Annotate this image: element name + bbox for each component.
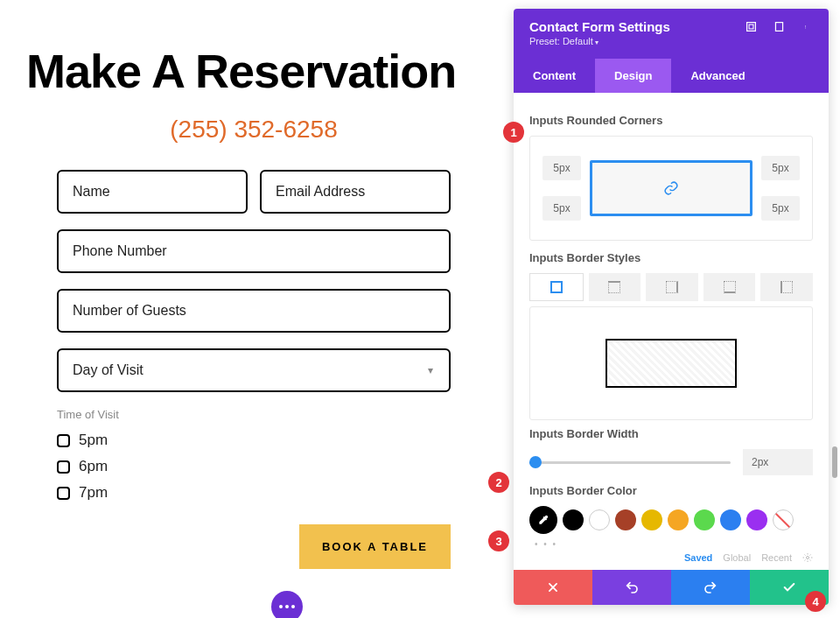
- border-width-value[interactable]: 2px: [743, 449, 813, 475]
- time-option-5pm[interactable]: 5pm: [57, 432, 451, 449]
- undo-button[interactable]: [592, 570, 671, 605]
- preset-dropdown[interactable]: Preset: Default: [529, 36, 813, 59]
- color-swatch-blue[interactable]: [720, 509, 741, 530]
- color-tab-global[interactable]: Global: [723, 552, 751, 563]
- link-icon[interactable]: [663, 180, 679, 196]
- day-placeholder: Day of Visit: [73, 362, 144, 377]
- tab-advanced[interactable]: Advanced: [671, 59, 764, 93]
- border-style-left[interactable]: [760, 273, 813, 301]
- border-styles-label: Inputs Border Styles: [529, 251, 813, 264]
- tab-design[interactable]: Design: [595, 59, 671, 93]
- time-of-visit-label: Time of Visit: [57, 408, 451, 421]
- svg-rect-1: [749, 25, 753, 29]
- svg-point-5: [805, 27, 806, 28]
- color-tab-saved[interactable]: Saved: [684, 552, 712, 563]
- time-label: 7pm: [79, 484, 108, 502]
- time-option-7pm[interactable]: 7pm: [57, 484, 451, 502]
- cancel-button[interactable]: [514, 570, 592, 605]
- snap-icon[interactable]: [773, 21, 785, 33]
- panel-title: Contact Form Settings: [529, 19, 670, 34]
- day-select[interactable]: Day of Visit: [57, 348, 451, 392]
- border-style-right[interactable]: [646, 273, 698, 301]
- border-style-all[interactable]: [529, 273, 584, 301]
- svg-rect-2: [775, 23, 782, 32]
- color-swatch-green[interactable]: [694, 509, 715, 530]
- checkbox-icon: [57, 487, 70, 500]
- color-swatch-none[interactable]: [773, 509, 794, 530]
- time-option-6pm[interactable]: 6pm: [57, 458, 451, 475]
- border-color-label: Inputs Border Color: [529, 484, 813, 497]
- guests-input[interactable]: Number of Guests: [57, 289, 451, 333]
- slider-thumb[interactable]: [529, 456, 542, 468]
- border-sample-rect: [606, 339, 737, 388]
- callout-2: 2: [488, 472, 509, 493]
- undo-icon: [625, 580, 639, 594]
- rounded-corners-control: 5px 5px 5px 5px: [529, 136, 813, 241]
- phone-display: (255) 352-6258: [18, 116, 490, 144]
- color-picker-eyedropper[interactable]: [529, 506, 557, 534]
- border-style-top[interactable]: [589, 273, 641, 301]
- redo-button[interactable]: [671, 570, 750, 605]
- color-swatch-orange[interactable]: [668, 509, 689, 530]
- corner-bottom-left[interactable]: 5px: [542, 196, 581, 221]
- name-input[interactable]: Name: [57, 170, 248, 214]
- tab-content[interactable]: Content: [514, 59, 595, 93]
- builder-fab-button[interactable]: [271, 591, 303, 618]
- more-icon[interactable]: [801, 21, 813, 33]
- color-swatch-brown[interactable]: [615, 509, 636, 530]
- corner-bottom-right[interactable]: 5px: [761, 196, 800, 221]
- gear-icon[interactable]: [802, 552, 813, 563]
- checkbox-icon: [57, 460, 70, 474]
- corner-preview-rect: [590, 160, 752, 216]
- redo-icon: [704, 580, 718, 594]
- border-style-options: [529, 273, 813, 301]
- border-width-label: Inputs Border Width: [529, 427, 813, 440]
- color-swatch-white[interactable]: [589, 509, 610, 530]
- settings-panel: Contact Form Settings Preset: Default Co…: [514, 9, 829, 605]
- corner-top-right[interactable]: 5px: [761, 156, 800, 180]
- svg-point-6: [807, 557, 809, 559]
- color-tab-recent[interactable]: Recent: [761, 552, 792, 563]
- border-style-preview: [529, 306, 813, 420]
- time-label: 5pm: [79, 432, 108, 449]
- email-input[interactable]: Email Address: [260, 170, 451, 214]
- close-icon: [547, 581, 559, 593]
- scrollbar-thumb[interactable]: [832, 446, 837, 478]
- check-icon: [782, 580, 796, 594]
- expand-icon[interactable]: [745, 21, 757, 33]
- callout-3: 3: [488, 530, 509, 551]
- color-swatch-yellow[interactable]: [641, 509, 662, 530]
- submit-button[interactable]: BOOK A TABLE: [299, 524, 451, 569]
- email-placeholder: Email Address: [276, 184, 365, 199]
- rounded-corners-label: Inputs Rounded Corners: [529, 114, 813, 127]
- guests-placeholder: Number of Guests: [73, 303, 186, 318]
- corner-top-left[interactable]: 5px: [542, 156, 581, 180]
- svg-point-4: [805, 26, 806, 27]
- phone-placeholder: Phone Number: [73, 243, 167, 258]
- eyedropper-icon: [537, 514, 550, 526]
- name-placeholder: Name: [73, 184, 110, 199]
- time-label: 6pm: [79, 458, 108, 475]
- page-title: Make A Reservation: [26, 44, 490, 98]
- callout-1: 1: [503, 122, 524, 143]
- border-style-bottom[interactable]: [704, 273, 756, 301]
- svg-point-3: [805, 25, 806, 26]
- form-preview-area: Make A Reservation (255) 352-6258 Name E…: [0, 0, 508, 595]
- svg-rect-0: [746, 23, 755, 32]
- color-swatch-black[interactable]: [563, 509, 584, 530]
- phone-input[interactable]: Phone Number: [57, 229, 451, 273]
- border-width-slider[interactable]: [529, 461, 731, 464]
- checkbox-icon: [57, 434, 70, 447]
- callout-4: 4: [805, 591, 826, 612]
- color-swatch-purple[interactable]: [746, 509, 767, 530]
- more-colors-icon[interactable]: • • •: [535, 539, 813, 549]
